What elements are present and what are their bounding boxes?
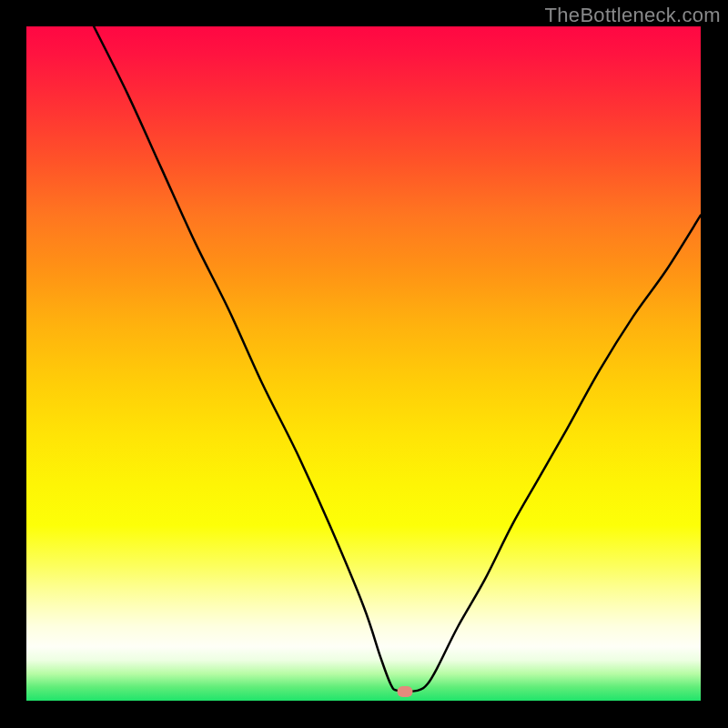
optimal-marker	[397, 686, 412, 697]
plot-area	[26, 26, 701, 701]
bottleneck-curve	[26, 26, 701, 701]
watermark-text: TheBottleneck.com	[545, 4, 721, 27]
chart-stage: TheBottleneck.com	[0, 0, 728, 728]
